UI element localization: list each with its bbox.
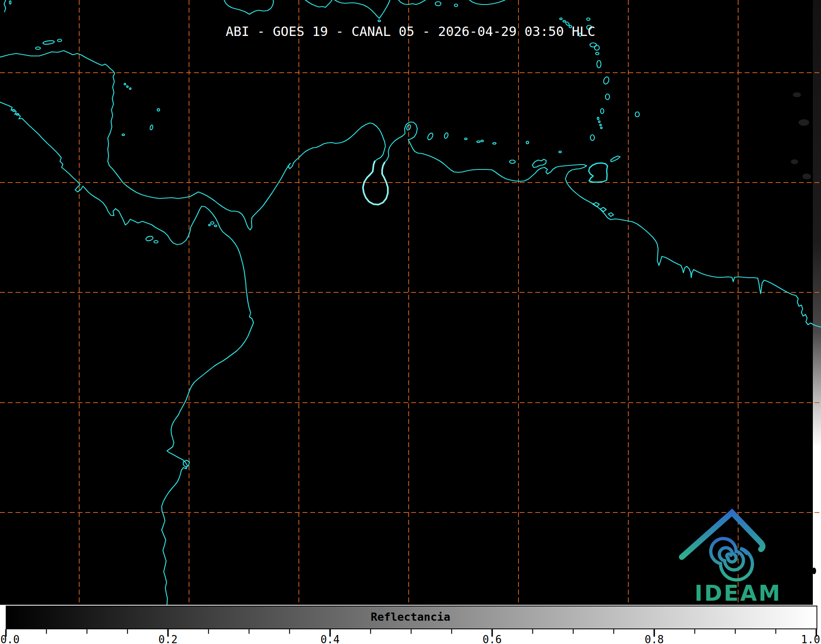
satellite-map: IDEAM ABI - GOES 19 - CANAL 05 - 2026-04… (0, 0, 821, 605)
island-hispaniola-east (398, 0, 425, 4)
satellite-image-product: IDEAM ABI - GOES 19 - CANAL 05 - 2026-04… (0, 0, 821, 644)
coast-belize-fragment (4, 0, 6, 12)
island-puerto-rico (469, 0, 505, 4)
image-title: ABI - GOES 19 - CANAL 05 - 2026-04-29 03… (0, 24, 821, 39)
island-trinidad (589, 163, 607, 182)
island-tobago (611, 156, 620, 162)
coast-pacific (0, 102, 254, 605)
scan-edge-strip (813, 0, 821, 605)
colorbar-tick-label: 0.2 (158, 633, 178, 644)
colorbar-tick-labels: 0.00.20.40.60.81.0 (0, 633, 820, 644)
colorbar-tick-label: 0.6 (483, 633, 502, 644)
faint-cloud-speckles (791, 92, 811, 179)
colorbar-tick-label: 0.0 (0, 633, 20, 644)
island-hispaniola-main (335, 0, 390, 18)
colorbar-tick-label: 0.8 (645, 633, 664, 644)
island-jamaica (224, 0, 274, 14)
colorbar-axis: 0.00.20.40.60.81.0 (0, 605, 821, 644)
colorbar-panel: Reflectancia 0.00.20.40.60.81.0 (0, 605, 821, 644)
colorbar-tick-label: 1.0 (801, 633, 820, 644)
hurricane-spiral-icon (711, 539, 752, 580)
scan-edge-notch (812, 568, 816, 574)
colorbar-tick-label: 0.4 (320, 633, 340, 644)
coast-caribbean-atlantic (0, 51, 821, 327)
island-margarita (532, 159, 546, 167)
ideam-logo: IDEAM (682, 513, 782, 605)
colorbar-ticks (6, 629, 817, 637)
coastlines (0, 0, 821, 605)
island-hispaniola-west (305, 0, 332, 7)
latlon-gridlines (0, 0, 821, 605)
orinoco-delta-islets (593, 203, 614, 216)
map-canvas: IDEAM (0, 0, 821, 605)
ideam-logo-text: IDEAM (694, 581, 782, 605)
